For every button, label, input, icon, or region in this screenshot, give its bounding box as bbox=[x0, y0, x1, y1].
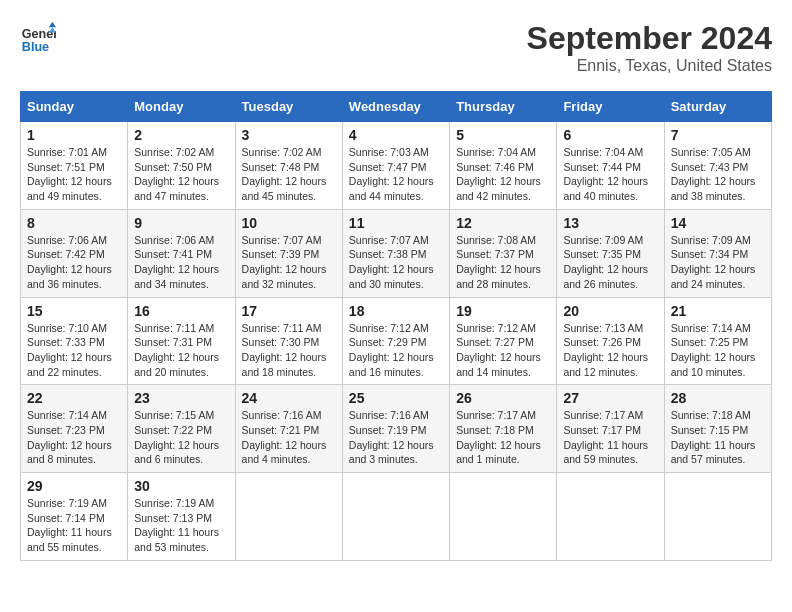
calendar-cell bbox=[557, 473, 664, 561]
weekday-header-saturday: Saturday bbox=[664, 92, 771, 122]
calendar-cell: 12 Sunrise: 7:08 AMSunset: 7:37 PMDaylig… bbox=[450, 209, 557, 297]
calendar-cell: 18 Sunrise: 7:12 AMSunset: 7:29 PMDaylig… bbox=[342, 297, 449, 385]
week-row-1: 1 Sunrise: 7:01 AMSunset: 7:51 PMDayligh… bbox=[21, 122, 772, 210]
weekday-header-friday: Friday bbox=[557, 92, 664, 122]
day-number: 11 bbox=[349, 215, 443, 231]
day-number: 19 bbox=[456, 303, 550, 319]
weekday-header-thursday: Thursday bbox=[450, 92, 557, 122]
day-number: 26 bbox=[456, 390, 550, 406]
day-number: 21 bbox=[671, 303, 765, 319]
calendar-cell: 26 Sunrise: 7:17 AMSunset: 7:18 PMDaylig… bbox=[450, 385, 557, 473]
weekday-header-tuesday: Tuesday bbox=[235, 92, 342, 122]
calendar-cell: 9 Sunrise: 7:06 AMSunset: 7:41 PMDayligh… bbox=[128, 209, 235, 297]
svg-text:Blue: Blue bbox=[22, 40, 49, 54]
calendar-cell: 13 Sunrise: 7:09 AMSunset: 7:35 PMDaylig… bbox=[557, 209, 664, 297]
cell-info: Sunrise: 7:04 AMSunset: 7:46 PMDaylight:… bbox=[456, 146, 541, 202]
cell-info: Sunrise: 7:12 AMSunset: 7:27 PMDaylight:… bbox=[456, 322, 541, 378]
page-header: General Blue September 2024 Ennis, Texas… bbox=[20, 20, 772, 75]
cell-info: Sunrise: 7:01 AMSunset: 7:51 PMDaylight:… bbox=[27, 146, 112, 202]
day-number: 20 bbox=[563, 303, 657, 319]
logo-icon: General Blue bbox=[20, 20, 56, 56]
logo: General Blue bbox=[20, 20, 56, 56]
day-number: 14 bbox=[671, 215, 765, 231]
cell-info: Sunrise: 7:02 AMSunset: 7:50 PMDaylight:… bbox=[134, 146, 219, 202]
day-number: 6 bbox=[563, 127, 657, 143]
cell-info: Sunrise: 7:11 AMSunset: 7:30 PMDaylight:… bbox=[242, 322, 327, 378]
cell-info: Sunrise: 7:11 AMSunset: 7:31 PMDaylight:… bbox=[134, 322, 219, 378]
calendar-cell: 10 Sunrise: 7:07 AMSunset: 7:39 PMDaylig… bbox=[235, 209, 342, 297]
day-number: 22 bbox=[27, 390, 121, 406]
calendar-cell: 24 Sunrise: 7:16 AMSunset: 7:21 PMDaylig… bbox=[235, 385, 342, 473]
cell-info: Sunrise: 7:15 AMSunset: 7:22 PMDaylight:… bbox=[134, 409, 219, 465]
calendar-cell: 29 Sunrise: 7:19 AMSunset: 7:14 PMDaylig… bbox=[21, 473, 128, 561]
day-number: 7 bbox=[671, 127, 765, 143]
calendar-cell: 6 Sunrise: 7:04 AMSunset: 7:44 PMDayligh… bbox=[557, 122, 664, 210]
calendar-cell bbox=[664, 473, 771, 561]
calendar-cell: 1 Sunrise: 7:01 AMSunset: 7:51 PMDayligh… bbox=[21, 122, 128, 210]
weekday-header-row: SundayMondayTuesdayWednesdayThursdayFrid… bbox=[21, 92, 772, 122]
day-number: 4 bbox=[349, 127, 443, 143]
cell-info: Sunrise: 7:18 AMSunset: 7:15 PMDaylight:… bbox=[671, 409, 756, 465]
calendar-cell: 28 Sunrise: 7:18 AMSunset: 7:15 PMDaylig… bbox=[664, 385, 771, 473]
title-block: September 2024 Ennis, Texas, United Stat… bbox=[527, 20, 772, 75]
cell-info: Sunrise: 7:03 AMSunset: 7:47 PMDaylight:… bbox=[349, 146, 434, 202]
calendar-cell: 7 Sunrise: 7:05 AMSunset: 7:43 PMDayligh… bbox=[664, 122, 771, 210]
calendar-cell: 23 Sunrise: 7:15 AMSunset: 7:22 PMDaylig… bbox=[128, 385, 235, 473]
day-number: 30 bbox=[134, 478, 228, 494]
day-number: 12 bbox=[456, 215, 550, 231]
cell-info: Sunrise: 7:09 AMSunset: 7:34 PMDaylight:… bbox=[671, 234, 756, 290]
day-number: 1 bbox=[27, 127, 121, 143]
cell-info: Sunrise: 7:04 AMSunset: 7:44 PMDaylight:… bbox=[563, 146, 648, 202]
weekday-header-wednesday: Wednesday bbox=[342, 92, 449, 122]
calendar-cell: 21 Sunrise: 7:14 AMSunset: 7:25 PMDaylig… bbox=[664, 297, 771, 385]
calendar-cell: 14 Sunrise: 7:09 AMSunset: 7:34 PMDaylig… bbox=[664, 209, 771, 297]
week-row-3: 15 Sunrise: 7:10 AMSunset: 7:33 PMDaylig… bbox=[21, 297, 772, 385]
calendar-cell: 22 Sunrise: 7:14 AMSunset: 7:23 PMDaylig… bbox=[21, 385, 128, 473]
calendar-cell: 11 Sunrise: 7:07 AMSunset: 7:38 PMDaylig… bbox=[342, 209, 449, 297]
calendar-cell: 15 Sunrise: 7:10 AMSunset: 7:33 PMDaylig… bbox=[21, 297, 128, 385]
calendar-cell: 30 Sunrise: 7:19 AMSunset: 7:13 PMDaylig… bbox=[128, 473, 235, 561]
cell-info: Sunrise: 7:09 AMSunset: 7:35 PMDaylight:… bbox=[563, 234, 648, 290]
calendar-cell: 8 Sunrise: 7:06 AMSunset: 7:42 PMDayligh… bbox=[21, 209, 128, 297]
calendar-cell: 27 Sunrise: 7:17 AMSunset: 7:17 PMDaylig… bbox=[557, 385, 664, 473]
cell-info: Sunrise: 7:16 AMSunset: 7:19 PMDaylight:… bbox=[349, 409, 434, 465]
cell-info: Sunrise: 7:10 AMSunset: 7:33 PMDaylight:… bbox=[27, 322, 112, 378]
calendar-cell: 20 Sunrise: 7:13 AMSunset: 7:26 PMDaylig… bbox=[557, 297, 664, 385]
calendar-cell bbox=[450, 473, 557, 561]
cell-info: Sunrise: 7:05 AMSunset: 7:43 PMDaylight:… bbox=[671, 146, 756, 202]
cell-info: Sunrise: 7:07 AMSunset: 7:39 PMDaylight:… bbox=[242, 234, 327, 290]
day-number: 15 bbox=[27, 303, 121, 319]
day-number: 10 bbox=[242, 215, 336, 231]
calendar-cell: 16 Sunrise: 7:11 AMSunset: 7:31 PMDaylig… bbox=[128, 297, 235, 385]
calendar-cell bbox=[342, 473, 449, 561]
calendar-cell: 19 Sunrise: 7:12 AMSunset: 7:27 PMDaylig… bbox=[450, 297, 557, 385]
location-subtitle: Ennis, Texas, United States bbox=[527, 57, 772, 75]
cell-info: Sunrise: 7:07 AMSunset: 7:38 PMDaylight:… bbox=[349, 234, 434, 290]
svg-marker-2 bbox=[49, 22, 56, 27]
day-number: 24 bbox=[242, 390, 336, 406]
cell-info: Sunrise: 7:17 AMSunset: 7:18 PMDaylight:… bbox=[456, 409, 541, 465]
calendar-cell: 17 Sunrise: 7:11 AMSunset: 7:30 PMDaylig… bbox=[235, 297, 342, 385]
cell-info: Sunrise: 7:17 AMSunset: 7:17 PMDaylight:… bbox=[563, 409, 648, 465]
day-number: 9 bbox=[134, 215, 228, 231]
cell-info: Sunrise: 7:02 AMSunset: 7:48 PMDaylight:… bbox=[242, 146, 327, 202]
cell-info: Sunrise: 7:14 AMSunset: 7:25 PMDaylight:… bbox=[671, 322, 756, 378]
calendar-cell: 3 Sunrise: 7:02 AMSunset: 7:48 PMDayligh… bbox=[235, 122, 342, 210]
cell-info: Sunrise: 7:06 AMSunset: 7:41 PMDaylight:… bbox=[134, 234, 219, 290]
cell-info: Sunrise: 7:19 AMSunset: 7:14 PMDaylight:… bbox=[27, 497, 112, 553]
month-title: September 2024 bbox=[527, 20, 772, 57]
calendar-cell: 2 Sunrise: 7:02 AMSunset: 7:50 PMDayligh… bbox=[128, 122, 235, 210]
cell-info: Sunrise: 7:08 AMSunset: 7:37 PMDaylight:… bbox=[456, 234, 541, 290]
day-number: 23 bbox=[134, 390, 228, 406]
cell-info: Sunrise: 7:12 AMSunset: 7:29 PMDaylight:… bbox=[349, 322, 434, 378]
cell-info: Sunrise: 7:13 AMSunset: 7:26 PMDaylight:… bbox=[563, 322, 648, 378]
cell-info: Sunrise: 7:14 AMSunset: 7:23 PMDaylight:… bbox=[27, 409, 112, 465]
day-number: 29 bbox=[27, 478, 121, 494]
calendar-table: SundayMondayTuesdayWednesdayThursdayFrid… bbox=[20, 91, 772, 561]
day-number: 27 bbox=[563, 390, 657, 406]
calendar-cell: 25 Sunrise: 7:16 AMSunset: 7:19 PMDaylig… bbox=[342, 385, 449, 473]
day-number: 13 bbox=[563, 215, 657, 231]
weekday-header-sunday: Sunday bbox=[21, 92, 128, 122]
cell-info: Sunrise: 7:16 AMSunset: 7:21 PMDaylight:… bbox=[242, 409, 327, 465]
day-number: 18 bbox=[349, 303, 443, 319]
